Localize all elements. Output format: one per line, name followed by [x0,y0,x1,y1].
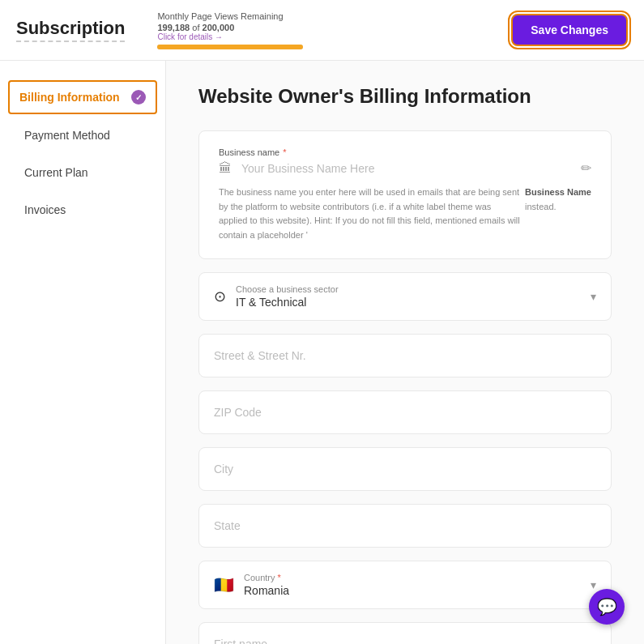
edit-icon[interactable]: ✏ [581,160,591,176]
zip-placeholder: ZIP Code [214,406,262,419]
sidebar-item-invoices[interactable]: Invoices [8,192,157,228]
billing-check-icon: ✓ [131,90,146,104]
street-placeholder: Street & Street Nr. [214,349,306,362]
sector-icon: ⊙ [214,288,226,305]
city-input[interactable]: City [198,447,612,491]
pageviews-progress-fill [157,45,302,49]
content-area: Website Owner's Billing Information Busi… [166,61,644,644]
sidebar-item-invoices-label: Invoices [24,203,66,216]
content-title: Website Owner's Billing Information [198,85,612,108]
sidebar-item-plan[interactable]: Current Plan [8,155,157,190]
romania-flag-icon: 🇷🇴 [214,575,234,595]
chat-button[interactable]: 💬 [589,589,625,625]
sidebar-item-plan-label: Current Plan [24,166,88,179]
country-chevron-down-icon: ▾ [591,578,596,591]
sector-chevron-down-icon: ▾ [591,290,596,303]
pageviews-count: 199,188 of 200,000 [157,23,234,32]
country-dropdown[interactable]: 🇷🇴 Country * Romania ▾ [198,561,612,609]
business-name-value: Your Business Name Here [241,162,571,175]
page-title: Subscription [16,18,125,42]
pageviews-label: Monthly Page Views Remaining [157,11,511,21]
zip-input[interactable]: ZIP Code [198,390,612,434]
city-placeholder: City [214,463,233,476]
chat-icon: 💬 [597,597,617,616]
country-inner: Country * Romania [244,573,591,597]
country-value: Romania [244,584,591,597]
header: Subscription Monthly Page Views Remainin… [0,0,644,61]
pageviews-progress-bar [157,45,303,49]
save-changes-button[interactable]: Save Changes [511,14,628,46]
business-name-row: 🏛 Your Business Name Here ✏ [219,160,591,176]
pageviews-section: Monthly Page Views Remaining 199,188 of … [157,11,511,49]
business-name-label: Business name * [219,147,591,157]
street-input[interactable]: Street & Street Nr. [198,334,612,377]
sidebar-item-payment-label: Payment Method [24,129,110,142]
business-sector-label: Choose a business sector [236,284,591,294]
pageviews-details-link[interactable]: Click for details → [157,32,511,41]
country-label: Country * [244,573,591,582]
business-sector-inner: Choose a business sector IT & Technical [236,284,591,309]
state-input[interactable]: State [198,504,612,548]
building-icon: 🏛 [219,161,232,176]
sidebar: Billing Information ✓ Payment Method Cur… [0,61,166,644]
state-placeholder: State [214,519,241,532]
sidebar-item-billing[interactable]: Billing Information ✓ [8,80,157,114]
business-sector-dropdown[interactable]: ⊙ Choose a business sector IT & Technica… [198,272,612,321]
business-sector-value: IT & Technical [236,296,591,309]
sidebar-item-billing-label: Billing Information [19,91,120,104]
first-name-placeholder: First name [214,638,267,644]
sidebar-item-payment[interactable]: Payment Method [8,117,157,153]
business-name-required: * [283,147,286,157]
country-required: * [278,573,281,582]
first-name-input[interactable]: First name [198,622,612,644]
business-name-hint: The business name you enter here will be… [219,186,591,242]
business-name-card: Business name * 🏛 Your Business Name Her… [198,130,612,259]
main-layout: Billing Information ✓ Payment Method Cur… [0,61,644,644]
